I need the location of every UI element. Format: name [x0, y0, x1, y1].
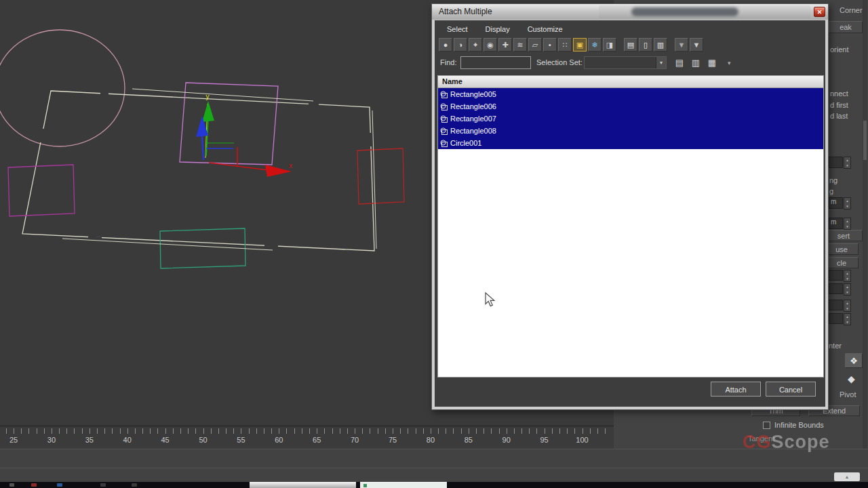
break-button[interactable]: eak — [829, 21, 863, 33]
select-geometry-icon[interactable]: ● — [439, 38, 452, 52]
close-icon[interactable]: ✕ — [814, 7, 825, 17]
ruler-tick — [173, 428, 174, 434]
list-item[interactable]: Rectangle007 — [438, 113, 823, 125]
filter-selection-icon[interactable]: ▼ — [690, 38, 703, 52]
select-helpers-icon: ✚ — [502, 41, 508, 49]
select-bones-icon[interactable]: ▪ — [543, 38, 557, 52]
taskbar-icon[interactable] — [31, 483, 37, 487]
ruler-label: 85 — [465, 436, 473, 444]
rectangle-bottom-spline[interactable] — [160, 228, 245, 268]
taskbar-icon[interactable] — [57, 483, 62, 487]
display-xrefs-icon[interactable]: ◨ — [603, 38, 616, 52]
gizmo-y-arrow[interactable] — [202, 101, 214, 122]
select-shapes-icon: ◑ — [458, 41, 463, 49]
ruler-tick — [104, 428, 105, 434]
panel-field-m2[interactable]: m — [829, 218, 843, 229]
panel-spinner[interactable]: ▴▾ — [844, 157, 851, 169]
toolbar-overflow-icon[interactable]: ▾ — [728, 60, 731, 66]
taskbar-window-button[interactable] — [360, 482, 447, 488]
dialog-titlebar[interactable]: Attach Multiple ✕ — [432, 4, 828, 20]
gizmo-x-arrow[interactable] — [265, 165, 292, 177]
display-influences-icon[interactable]: ▥ — [654, 38, 667, 52]
select-shapes-icon[interactable]: ◑ — [454, 38, 467, 52]
name-column-header[interactable]: Name — [438, 76, 823, 88]
attach-button[interactable]: Attach — [711, 382, 761, 396]
mirror-icon[interactable]: ◆ — [848, 373, 855, 384]
display-frozen-objects-icon[interactable]: ▣ — [573, 38, 587, 52]
rectangle-right-spline[interactable] — [357, 148, 404, 204]
insert-button[interactable]: sert — [825, 230, 863, 241]
list-item[interactable]: Rectangle008 — [438, 125, 823, 137]
rectangle-left-spline[interactable] — [8, 165, 75, 216]
panel-spinner[interactable]: ▴▾ — [844, 313, 851, 325]
ruler-tick — [264, 428, 264, 434]
ruler-tick — [203, 428, 204, 434]
cancel-button[interactable]: Cancel — [766, 382, 816, 396]
find-input[interactable] — [460, 56, 531, 69]
menu-display[interactable]: Display — [486, 25, 510, 33]
select-spacewarps-icon: ≋ — [517, 41, 523, 49]
attached-rectangles-spline[interactable] — [22, 91, 374, 251]
select-containers-icon[interactable]: ∷ — [558, 38, 572, 52]
menu-customize[interactable]: Customize — [528, 25, 563, 33]
weld-icon[interactable]: ❖ — [845, 353, 863, 368]
list-item[interactable]: Rectangle005 — [438, 88, 823, 100]
select-spacewarps-icon[interactable]: ≋ — [513, 38, 527, 52]
ruler-tick — [484, 428, 484, 434]
menu-select[interactable]: Select — [447, 25, 468, 33]
panel-scrollbar[interactable] — [863, 0, 867, 449]
ruler-label: 70 — [351, 436, 359, 444]
ruler-label: 90 — [502, 436, 511, 444]
ruler-tick — [150, 428, 151, 434]
ruler-label: 50 — [199, 436, 207, 444]
panel-field[interactable] — [829, 157, 843, 168]
panel-field[interactable] — [829, 270, 843, 281]
chevron-down-icon[interactable]: ▾ — [656, 57, 666, 68]
select-helpers-icon[interactable]: ✚ — [498, 38, 512, 52]
taskbar-window-button[interactable] — [250, 482, 356, 488]
taskbar-icon[interactable] — [9, 483, 14, 487]
scene-object-list[interactable]: Name Rectangle005Rectangle006Rectangle00… — [437, 75, 824, 378]
panel-scrollbar-handle[interactable] — [863, 121, 867, 160]
display-children-icon[interactable]: ▤ — [624, 38, 637, 52]
filter-icon[interactable]: ▼ — [675, 38, 688, 52]
taskbar-icon[interactable] — [100, 483, 106, 487]
selection-set-combo[interactable]: ▾ — [584, 56, 667, 69]
select-lights-icon[interactable]: ✦ — [469, 38, 482, 52]
list-item[interactable]: Circle001 — [438, 137, 823, 149]
taskbar-icon[interactable] — [132, 483, 137, 487]
display-page-icon[interactable]: ▯ — [639, 38, 652, 52]
panel-spinner[interactable]: ▴▾ — [844, 197, 851, 209]
blurred-region — [599, 5, 810, 18]
panel-spinner[interactable]: ▴▾ — [844, 283, 851, 296]
panel-field[interactable] — [829, 300, 843, 310]
ruler-tick — [218, 428, 219, 434]
panel-spinner[interactable]: ▴▾ — [844, 300, 851, 312]
windows-taskbar[interactable] — [0, 482, 868, 488]
panel-spinner[interactable]: ▴▾ — [844, 270, 851, 282]
ruler-tick — [347, 428, 348, 434]
panel-field-m1[interactable]: m — [829, 197, 843, 209]
selection-set-add-icon[interactable]: ▤ — [673, 57, 686, 68]
ruler-tick — [567, 428, 568, 434]
ruler-tick — [362, 428, 363, 434]
selection-set-select-icon[interactable]: ▦ — [706, 57, 718, 68]
panel-label-g: g — [829, 187, 833, 195]
circle001-spline[interactable] — [0, 30, 125, 146]
panel-spinner[interactable]: ▴▾ — [844, 218, 851, 230]
select-groups-icon[interactable]: ▱ — [528, 38, 542, 52]
list-item[interactable]: Rectangle006 — [438, 100, 823, 113]
cycle-button[interactable]: cle — [825, 257, 859, 268]
infinite-bounds-checkbox[interactable] — [763, 422, 770, 429]
fuse-button[interactable]: use — [825, 243, 859, 255]
timeline-ruler[interactable]: 253035404550556065707580859095100 — [0, 426, 614, 449]
shape-icon — [439, 115, 448, 123]
select-cameras-icon[interactable]: ◉ — [484, 38, 497, 52]
watermark-cg: CG — [743, 432, 772, 452]
display-hidden-objects-icon[interactable]: ❄ — [588, 38, 601, 52]
selection-set-subtract-icon[interactable]: ▥ — [690, 57, 702, 68]
panel-field[interactable] — [829, 313, 843, 324]
ruler-label: 45 — [161, 436, 169, 444]
panel-field[interactable] — [829, 283, 843, 294]
spline-gap — [88, 237, 102, 238]
